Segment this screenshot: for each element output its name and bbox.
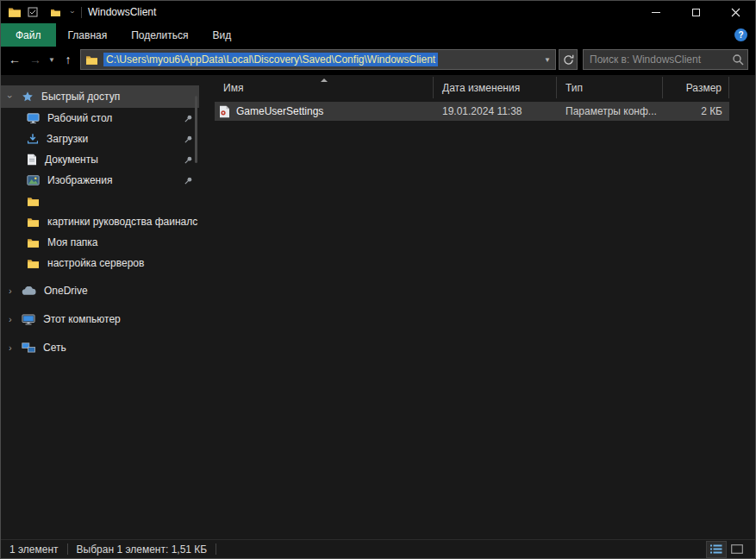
sidebar-item-label: настройка серверов [47, 257, 144, 269]
sidebar-item-kartinki[interactable]: картинки руководства фаиналс [1, 211, 199, 232]
titlebar-divider [81, 7, 82, 18]
statusbar: 1 элемент Выбран 1 элемент: 1,51 КБ [1, 539, 755, 558]
thumbnails-view-button[interactable] [728, 542, 747, 557]
minimize-button[interactable] [636, 1, 676, 23]
details-view-icon [710, 544, 722, 554]
pin-icon [184, 114, 193, 123]
ribbon-tabs: Файл Главная Поделиться Вид ? [1, 23, 755, 47]
tab-share[interactable]: Поделиться [119, 23, 200, 47]
sidebar-item-documents[interactable]: Документы [1, 149, 199, 170]
address-toolbar: ← → ▼ ↑ C:\Users\myou6\AppData\Local\Dis… [1, 47, 755, 75]
onedrive-icon [22, 286, 36, 296]
help-button[interactable]: ? [734, 28, 747, 41]
pin-icon [184, 176, 193, 185]
column-header-name[interactable]: Имя [215, 77, 434, 98]
explorer-window: › WindowsClient Файл Главная Поделиться … [0, 0, 756, 559]
file-name-cell: GameUserSettings [215, 105, 434, 118]
statusbar-divider [216, 543, 216, 555]
expand-chevron-icon[interactable]: › [9, 342, 12, 353]
maximize-button[interactable] [676, 1, 715, 23]
caption-buttons [636, 1, 755, 23]
file-list-pane: Имя Дата изменения Тип Размер GameUser [199, 75, 755, 539]
details-view-button[interactable] [707, 542, 726, 557]
sidebar-item-label: Этот компьютер [43, 313, 121, 325]
file-size-cell: 2 КБ [663, 105, 729, 117]
desktop-icon [27, 112, 40, 124]
explorer-folder-icon [8, 6, 22, 18]
titlebar: › WindowsClient [1, 1, 755, 23]
refresh-button[interactable] [559, 49, 578, 70]
address-folder-icon [85, 54, 98, 66]
column-header-type[interactable]: Тип [557, 77, 663, 98]
documents-icon [27, 154, 37, 166]
star-icon [22, 91, 34, 103]
forward-button[interactable]: → [25, 49, 46, 70]
sidebar-item-label: Моя папка [47, 236, 98, 248]
sidebar-item-this-pc[interactable]: › Этот компьютер [1, 308, 199, 330]
pin-icon [184, 135, 193, 144]
statusbar-item-count: 1 элемент [9, 543, 59, 556]
address-bar[interactable]: C:\Users\myou6\AppData\Local\Discovery\S… [80, 49, 556, 70]
folder-icon [27, 237, 40, 248]
minimize-icon [652, 12, 660, 13]
sort-ascending-icon [321, 79, 328, 82]
close-button[interactable] [715, 1, 755, 23]
tab-home[interactable]: Главная [56, 23, 120, 47]
qat-new-folder-icon[interactable] [44, 1, 66, 23]
column-header-size[interactable]: Размер [663, 77, 729, 98]
close-icon [731, 8, 740, 17]
recent-locations-chevron-icon[interactable]: ▼ [46, 49, 58, 70]
column-headers: Имя Дата изменения Тип Размер [215, 77, 755, 98]
sidebar-item-nastroyka-serverov[interactable]: настройка серверов [1, 253, 199, 273]
pin-icon [184, 155, 193, 165]
sidebar-item-label: Изображения [47, 174, 112, 186]
search-icon[interactable] [732, 53, 744, 66]
search-placeholder: Поиск в: WindowsClient [590, 53, 732, 66]
expand-chevron-icon[interactable]: › [5, 95, 16, 98]
content-area: › Быстрый доступ Рабочий стол [1, 75, 755, 539]
sidebar-item-downloads[interactable]: Загрузки [1, 129, 199, 149]
sidebar-item-desktop[interactable]: Рабочий стол [1, 108, 199, 129]
sidebar-item-label: Быстрый доступ [41, 91, 120, 103]
sidebar-item-network[interactable]: › Сеть [1, 336, 199, 359]
statusbar-selection-info: Выбран 1 элемент: 1,51 КБ [77, 543, 208, 556]
thumbnails-view-icon [731, 544, 743, 554]
qat-properties-icon[interactable] [22, 1, 44, 23]
folder-icon [27, 196, 40, 207]
tab-file[interactable]: Файл [1, 23, 56, 47]
sidebar-item-unnamed-folder[interactable] [1, 191, 199, 211]
file-date-cell: 19.01.2024 11:38 [434, 105, 557, 117]
sidebar-item-quick-access[interactable]: › Быстрый доступ [1, 85, 199, 108]
address-path-text[interactable]: C:\Users\myou6\AppData\Local\Discovery\S… [103, 53, 438, 66]
config-file-icon [219, 105, 230, 118]
address-dropdown-chevron-icon[interactable]: ▼ [540, 50, 555, 69]
file-row-gameusersettings[interactable]: GameUserSettings 19.01.2024 11:38 Параме… [215, 102, 729, 121]
sidebar-item-label: Рабочий стол [47, 112, 112, 124]
maximize-icon [692, 9, 700, 16]
tab-view[interactable]: Вид [200, 23, 243, 47]
sidebar-item-moya-papka[interactable]: Моя папка [1, 232, 199, 253]
sidebar-scrollbar[interactable] [195, 96, 197, 163]
view-toggle-group [707, 542, 747, 557]
refresh-icon [563, 54, 574, 66]
search-box[interactable]: Поиск в: WindowsClient [583, 49, 748, 70]
column-header-date[interactable]: Дата изменения [434, 77, 557, 98]
qat-customize-chevron-icon[interactable]: › [68, 6, 77, 18]
expand-chevron-icon[interactable]: › [9, 286, 12, 296]
statusbar-divider [67, 543, 68, 555]
window-title: WindowsClient [88, 6, 156, 18]
back-button[interactable]: ← [4, 49, 25, 70]
sidebar-item-label: Загрузки [47, 133, 88, 145]
sidebar-item-pictures[interactable]: Изображения [1, 170, 199, 191]
sidebar-item-label: Документы [45, 154, 98, 166]
up-button[interactable]: ↑ [58, 49, 78, 70]
folder-icon [27, 217, 40, 228]
navigation-pane: › Быстрый доступ Рабочий стол [1, 75, 199, 539]
sidebar-item-label: OneDrive [44, 285, 88, 297]
network-icon [22, 342, 35, 353]
downloads-icon [27, 133, 39, 145]
file-type-cell: Параметры конф... [557, 105, 663, 117]
sidebar-item-onedrive[interactable]: › OneDrive [1, 280, 199, 302]
expand-chevron-icon[interactable]: › [9, 314, 12, 324]
folder-icon [27, 258, 40, 269]
